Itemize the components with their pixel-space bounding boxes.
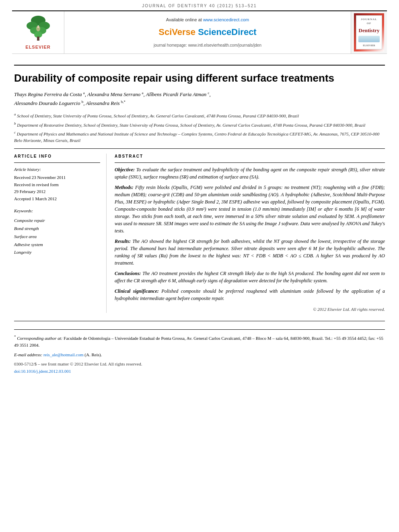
copyright-line: © 2012 Elsevier Ltd. All rights reserved…	[115, 306, 385, 313]
article-info-column: ARTICLE INFO Article history: Received 2…	[14, 154, 107, 313]
author-1: Thays Regina Ferreira da Costa	[14, 92, 82, 98]
doi-text[interactable]: doi:10.1016/j.jdent.2012.03.001	[14, 369, 71, 374]
abstract-content: Objective: To evaluate the surface treat…	[115, 166, 385, 313]
abstract-clinical: Clinical significance: Polished composit…	[115, 288, 385, 302]
sciencedirect-link[interactable]: www.sciencedirect.com	[203, 17, 249, 22]
sciverse-logo: SciVerse ScienceDirect	[158, 26, 256, 39]
author-2: Alexandra Mena Serrano	[87, 92, 140, 98]
clinical-label: Clinical significance:	[115, 288, 159, 294]
sciverse-text: SciVerse	[158, 27, 198, 37]
keyword-3: Surface area	[14, 233, 100, 241]
abstract-divider	[115, 162, 385, 163]
authors-line: Thays Regina Ferreira da Costa a, Alexan…	[14, 90, 385, 108]
author-4: Alessandro Dourado Loguercio	[14, 101, 80, 107]
journal-header: JOURNAL OF DENTISTRY 40 (2012) 513–521	[0, 0, 399, 10]
journal-thumbnail: JOURNAL OF Dentistry ELSEVIER	[351, 11, 387, 53]
keyword-1: Composite repair	[14, 217, 100, 225]
abstract-conclusions: Conclusions: The AO treatment provides t…	[115, 270, 385, 284]
author-5: Alessandra Reis	[86, 101, 119, 107]
article-body: ARTICLE INFO Article history: Received 2…	[14, 154, 385, 313]
corresponding-author-note: * Corresponding author at: Faculdade de …	[14, 334, 385, 349]
info-divider	[14, 162, 100, 163]
affiliation-a: a School of Dentistry, State University …	[14, 112, 385, 119]
journal-header-text: JOURNAL OF DENTISTRY 40 (2012) 513–521	[142, 4, 257, 8]
keyword-2: Bond strength	[14, 225, 100, 233]
email-line: E-mail address: reis_ale@hotmail.com (A.…	[14, 351, 385, 359]
revised-label: Received in revised form	[14, 181, 100, 189]
email-author-label: (A. Reis).	[84, 352, 102, 357]
abstract-methods: Methods: Fifty resin blocks (Opallis, FG…	[115, 184, 385, 234]
methods-label: Methods:	[115, 185, 134, 190]
objective-label: Objective:	[115, 167, 135, 173]
objective-text: To evaluate the surface treatment and hy…	[115, 167, 385, 180]
history-label: Article history:	[14, 166, 100, 173]
keywords-section: Keywords: Composite repair Bond strength…	[14, 207, 100, 257]
affiliation-c: c Department of Physics and Mathematics …	[14, 130, 385, 144]
keyword-5: Longevity	[14, 249, 100, 257]
abstract-objective: Objective: To evaluate the surface treat…	[115, 166, 385, 181]
journal-homepage: journal homepage: www.intl.elsevierhealt…	[154, 43, 261, 48]
results-label: Results:	[115, 238, 131, 244]
publisher-banner: ELSEVIER Available online at www.science…	[12, 10, 387, 54]
available-online-text: Available online at www.sciencedirect.co…	[166, 17, 249, 23]
accepted-label: Accepted 1 March 2012	[14, 195, 100, 203]
keyword-4: Adhesive system	[14, 241, 100, 249]
conclusions-label: Conclusions:	[115, 271, 141, 276]
doi-line: doi:10.1016/j.jdent.2012.03.001	[14, 368, 385, 375]
issn-text: 0300-5712/$ – see front matter © 2012 El…	[14, 362, 142, 366]
author-3: Alîbens Picardi Faria Atman	[146, 92, 207, 98]
main-content: Durability of composite repair using dif…	[0, 54, 399, 381]
article-info-heading: ARTICLE INFO	[14, 154, 100, 159]
footer-divider	[14, 321, 385, 321]
affiliations-section: a School of Dentistry, State University …	[14, 112, 385, 144]
elsevier-tree-icon	[22, 14, 54, 43]
conclusions-text: The AO treatment provides the highest CR…	[115, 271, 385, 283]
methods-text: Fifty resin blocks (Opallis, FGM) were p…	[115, 185, 385, 234]
abstract-column: ABSTRACT Objective: To evaluate the surf…	[115, 154, 385, 313]
journal-info-center: Available online at www.sciencedirect.co…	[64, 11, 351, 53]
footer-section: * Corresponding author at: Faculdade de …	[14, 329, 385, 375]
elsevier-logo-section: ELSEVIER	[12, 11, 64, 53]
revised-date: 29 February 2012	[14, 188, 100, 195]
keywords-label: Keywords:	[14, 207, 100, 215]
received-date: Received 23 November 2011	[14, 174, 100, 181]
journal-cover-image: JOURNAL OF Dentistry ELSEVIER	[354, 13, 384, 51]
elsevier-label: ELSEVIER	[25, 44, 50, 50]
sciencedirect-text: ScienceDirect	[198, 27, 257, 37]
abstract-results: Results: The AO showed the highest CR st…	[115, 238, 385, 267]
article-history: Article history: Received 23 November 20…	[14, 166, 100, 202]
article-title: Durability of composite repair using dif…	[14, 72, 385, 85]
svg-rect-6	[37, 37, 39, 41]
author-email[interactable]: reis_ale@hotmail.com	[43, 352, 84, 357]
section-divider	[14, 148, 385, 149]
affiliation-b: b Department of Restorative Dentistry, S…	[14, 121, 385, 128]
svg-point-7	[36, 26, 40, 31]
results-text: The AO showed the highest CR strength fo…	[115, 238, 385, 266]
issn-line: 0300-5712/$ – see front matter © 2012 El…	[14, 361, 385, 368]
abstract-heading: ABSTRACT	[115, 154, 385, 159]
title-divider-top	[14, 65, 385, 66]
